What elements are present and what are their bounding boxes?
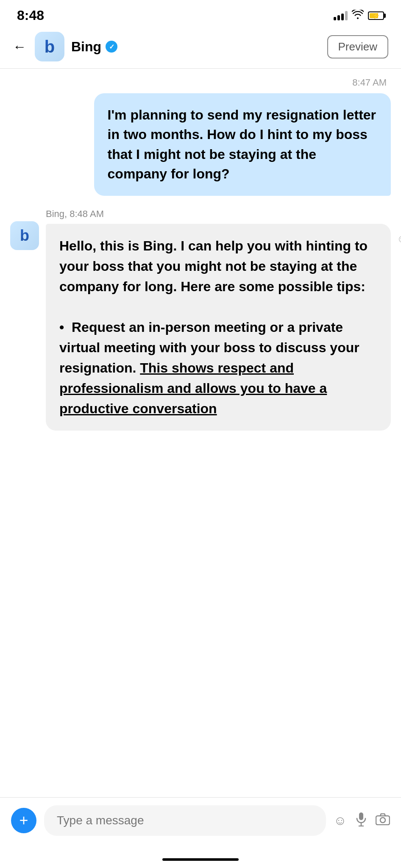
wifi-icon [352,10,364,22]
status-icons: ⚡ [334,10,384,22]
svg-point-4 [380,818,385,823]
message-input[interactable] [44,805,326,836]
bing-avatar: b [35,32,64,61]
input-area: + ☺ [0,797,401,851]
bot-message-content: Bing, 8:48 AM Hello, this is Bing. I can… [46,209,391,431]
back-button[interactable]: ← [13,39,26,55]
chat-header: ← b Bing ✓ Preview [0,28,401,69]
home-indicator [0,851,401,868]
bot-message-area: b Bing, 8:48 AM Hello, this is Bing. I c… [10,209,391,431]
battery-icon: ⚡ [368,11,384,20]
user-message-bubble: I'm planning to send my resignation lett… [94,93,391,196]
chat-area: 8:47 AM I'm planning to send my resignat… [0,69,401,797]
status-bar: 8:48 ⚡ [0,0,401,28]
bot-message-bubble: Hello, this is Bing. I can help you with… [46,224,391,431]
status-time: 8:48 [17,8,44,23]
bot-avatar: b [10,221,39,250]
bot-message-text: Hello, this is Bing. I can help you with… [59,238,368,416]
bot-sender-info: Bing, 8:48 AM [46,209,391,220]
emoji-reaction-icon: ☺ [396,231,401,247]
emoji-input-icon[interactable]: ☺ [334,813,347,828]
preview-button[interactable]: Preview [327,35,388,58]
underlined-text: This shows respect and professionalism a… [59,360,327,416]
verified-badge: ✓ [106,41,117,53]
input-icons: ☺ [334,812,390,829]
add-button[interactable]: + [11,808,36,833]
header-name-area: Bing ✓ [71,39,327,55]
signal-icon [334,11,348,20]
camera-icon[interactable] [376,813,390,828]
home-bar [162,858,239,861]
app-name: Bing [71,39,101,55]
bing-logo: b [45,37,55,56]
microphone-icon[interactable] [355,812,367,829]
user-message-timestamp: 8:47 AM [10,77,391,88]
svg-rect-0 [359,812,363,820]
